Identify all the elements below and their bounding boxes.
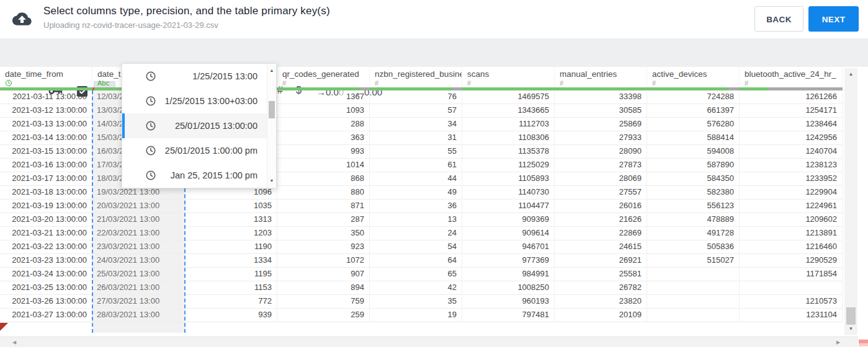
table-cell: 76 xyxy=(370,90,462,103)
wizard-header: Select columns type, precision, and the … xyxy=(0,0,868,38)
table-cell: 2021-03-14 13:00:00 xyxy=(0,131,92,144)
dropdown-option-list: 1/25/2015 13:001/25/2015 13:00+03:0025/0… xyxy=(122,64,267,188)
table-cell: 2021-03-22 13:00:00 xyxy=(0,240,92,253)
column-header[interactable]: scans# xyxy=(462,67,555,87)
table-cell: 28/03/2021 13:00 xyxy=(92,309,185,322)
table-cell: 515027 xyxy=(647,254,740,267)
column-name: bluetooth_active_24_hr_ xyxy=(745,69,842,79)
table-cell: 1238464 xyxy=(740,118,843,131)
clock-icon xyxy=(145,145,156,156)
table-cell xyxy=(647,281,740,294)
column-type-label: # xyxy=(560,79,647,87)
table-cell: 1008250 xyxy=(462,281,555,294)
back-button[interactable]: BACK xyxy=(754,6,803,32)
scroll-down-icon[interactable]: ▼ xyxy=(844,324,857,334)
scroll-down-icon[interactable]: ▼ xyxy=(267,177,276,185)
table-cell: 2021-03-24 13:00:00 xyxy=(0,268,92,281)
table-cell: 724288 xyxy=(647,90,740,103)
table-cell: 2021-03-21 13:00:00 xyxy=(0,227,92,240)
vertical-scrollbar[interactable]: ▲ ▼ xyxy=(844,68,857,335)
table-cell: 1140730 xyxy=(462,186,555,199)
scroll-right-icon[interactable]: ▶ xyxy=(836,340,840,345)
dropdown-option-label: 1/25/2015 13:00+03:00 xyxy=(156,96,267,106)
dropdown-option[interactable]: 1/25/2015 13:00+03:00 xyxy=(122,89,267,113)
table-cell: 772 xyxy=(185,295,277,308)
table-cell: 1367 xyxy=(277,90,370,103)
table-cell: 42 xyxy=(370,281,462,294)
table-cell: 1313 xyxy=(185,213,277,226)
column-header[interactable]: manual_entries# xyxy=(555,67,647,87)
table-row: 2021-03-22 13:00:0023/03/2021 13:0011909… xyxy=(0,240,843,254)
table-cell: 26016 xyxy=(555,200,647,213)
table-cell: 880 xyxy=(277,186,370,199)
column-header[interactable]: nzbn_registered_busine# xyxy=(370,67,462,87)
table-cell: 2021-03-20 13:00:00 xyxy=(0,213,92,226)
table-cell: 1238123 xyxy=(740,159,843,172)
table-cell: 1203 xyxy=(185,227,277,240)
table-cell: 2021-03-16 13:00:00 xyxy=(0,159,92,172)
table-cell: 1108306 xyxy=(462,131,555,144)
table-cell: 1229904 xyxy=(740,186,843,199)
table-cell: 27557 xyxy=(555,186,647,199)
cloud-upload-icon xyxy=(12,9,32,29)
table-row: 2021-03-25 13:00:0026/03/2021 13:0011538… xyxy=(0,281,843,295)
scroll-up-icon[interactable]: ▲ xyxy=(844,69,857,79)
table-cell: 491728 xyxy=(647,227,740,240)
table-cell: 24/03/2021 13:00 xyxy=(92,254,185,267)
vertical-scroll-thumb[interactable] xyxy=(846,307,856,325)
table-cell: 288 xyxy=(277,118,370,131)
table-cell: 2021-03-19 13:00:00 xyxy=(0,200,92,213)
table-cell xyxy=(647,268,740,281)
scroll-left-icon[interactable]: ◀ xyxy=(12,340,16,345)
table-cell: 1469575 xyxy=(462,90,555,103)
table-cell: 54 xyxy=(370,240,462,253)
table-cell: 2021-03-27 13:00:00 xyxy=(0,309,92,322)
dropdown-option[interactable]: 25/01/2015 1:00:00 pm xyxy=(122,138,267,163)
horizontal-scrollbar[interactable]: ◀ ▶ xyxy=(0,336,858,347)
table-cell: 1240704 xyxy=(740,145,843,158)
table-cell: 28069 xyxy=(555,172,647,185)
table-cell: 1135378 xyxy=(462,145,555,158)
scroll-up-icon[interactable]: ▲ xyxy=(267,66,276,75)
csv-import-wizard: Select columns type, precision, and the … xyxy=(0,0,868,347)
table-cell: 21/03/2021 13:00 xyxy=(92,213,185,226)
table-cell: 1254171 xyxy=(740,104,843,117)
table-cell: 44 xyxy=(370,172,462,185)
table-cell: 65 xyxy=(370,268,462,281)
table-cell: 33398 xyxy=(555,90,647,103)
column-name: qr_codes_generated xyxy=(282,69,369,79)
table-cell: 2021-03-13 13:00:00 xyxy=(0,118,92,131)
table-cell: 57 xyxy=(370,104,462,117)
table-cell: 22/03/2021 13:00 xyxy=(92,227,185,240)
table-cell: 25869 xyxy=(555,118,647,131)
table-cell: 23820 xyxy=(555,295,647,308)
table-row: 2021-03-20 13:00:0021/03/2021 13:0013132… xyxy=(0,213,843,227)
column-header[interactable]: qr_codes_generated# xyxy=(277,67,370,87)
table-cell: 556123 xyxy=(647,200,740,213)
table-cell: 2021-03-15 13:00:00 xyxy=(0,145,92,158)
dropdown-option[interactable]: 1/25/2015 13:00 xyxy=(122,64,267,89)
table-row: 2021-03-27 13:00:0028/03/2021 13:0093925… xyxy=(0,309,843,322)
dropdown-scroll-thumb[interactable] xyxy=(269,101,275,118)
dropdown-scrollbar[interactable]: ▲ ▼ xyxy=(267,64,276,188)
table-cell: 1261266 xyxy=(740,90,843,103)
dropdown-option[interactable]: Jan 25, 2015 1:00 pm xyxy=(122,163,267,188)
column-header[interactable]: date_time_from xyxy=(0,67,92,87)
table-cell xyxy=(740,281,843,294)
column-header[interactable]: bluetooth_active_24_hr_# xyxy=(740,67,843,87)
table-cell: 27933 xyxy=(555,131,647,144)
table-cell: 1334 xyxy=(185,254,277,267)
dropdown-option[interactable]: 25/01/2015 13:00:00 xyxy=(122,113,267,138)
table-cell: 26921 xyxy=(555,254,647,267)
clock-icon xyxy=(5,79,92,87)
column-type-label: # xyxy=(282,79,369,87)
column-type-label: # xyxy=(745,79,842,87)
table-cell: 1190 xyxy=(185,240,277,253)
table-cell: 1242956 xyxy=(740,131,843,144)
table-cell: 1035 xyxy=(185,200,277,213)
page-title: Select columns type, precision, and the … xyxy=(43,5,330,17)
next-button[interactable]: NEXT xyxy=(808,6,859,32)
table-cell: 993 xyxy=(277,145,370,158)
column-header[interactable]: active_devices# xyxy=(647,67,740,87)
table-cell: 287 xyxy=(277,213,370,226)
